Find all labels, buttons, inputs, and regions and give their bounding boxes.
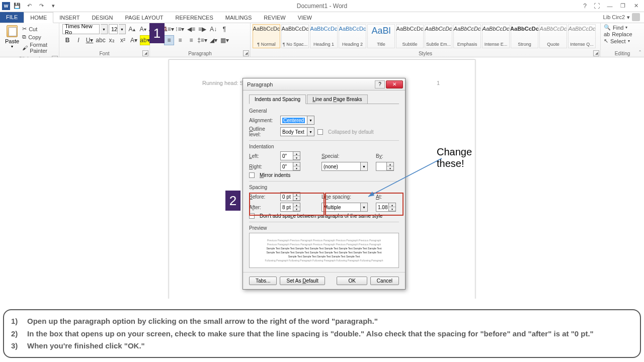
- styles-launcher[interactable]: ◢: [593, 50, 599, 56]
- cut-button[interactable]: ✂Cut: [21, 25, 56, 33]
- superscript-button[interactable]: x²: [118, 35, 128, 45]
- sort-button[interactable]: A↓: [208, 24, 218, 34]
- help-icon[interactable]: ?: [580, 2, 590, 11]
- style-intense-q---[interactable]: AaBbCcDcIntense Q...: [568, 24, 596, 48]
- font-name-combo[interactable]: Times New Ro: [62, 24, 100, 34]
- justify-button[interactable]: ≡: [186, 35, 196, 45]
- tab-home[interactable]: HOME: [24, 12, 53, 23]
- shrink-font-button[interactable]: A▾: [138, 24, 148, 34]
- style-title[interactable]: AaBlTitle: [367, 24, 395, 48]
- style-heading-2[interactable]: AaBbCcDcHeading 2: [339, 24, 366, 48]
- paste-button[interactable]: Paste ▾: [3, 24, 21, 50]
- ok-button[interactable]: OK: [337, 277, 367, 285]
- collapse-ribbon-button[interactable]: ˆ: [639, 50, 641, 56]
- undo-button[interactable]: ↶: [24, 2, 34, 11]
- save-button[interactable]: 💾: [12, 2, 22, 11]
- tab-design[interactable]: DESIGN: [86, 13, 119, 23]
- tab-references[interactable]: REFERENCES: [170, 13, 219, 23]
- line-spacing-combo[interactable]: Multiple▼: [321, 203, 368, 212]
- tab-review[interactable]: REVIEW: [258, 13, 291, 23]
- paragraph-launcher[interactable]: ◢: [243, 50, 249, 56]
- multilevel-button[interactable]: ⁝≡▾: [175, 24, 185, 34]
- user-label[interactable]: Lib Circ2▾: [603, 13, 640, 21]
- replace-icon: ab: [604, 31, 610, 37]
- line-spacing-button[interactable]: ‡≡▾: [197, 35, 207, 45]
- tab-insert[interactable]: INSERT: [53, 13, 86, 23]
- minimize-button[interactable]: —: [604, 2, 616, 11]
- outline-combo[interactable]: Body Text▼: [280, 127, 314, 136]
- restore-button[interactable]: ❐: [617, 2, 629, 11]
- after-spin[interactable]: 8 pt▲▼: [280, 203, 300, 212]
- close-button[interactable]: ✕: [630, 2, 642, 11]
- right-spin[interactable]: 0"▲▼: [280, 162, 300, 171]
- outline-label: Outline level:: [249, 126, 277, 137]
- tab-indents-spacing[interactable]: Indents and Spacing: [249, 95, 306, 104]
- find-button[interactable]: 🔍Find▾: [604, 24, 641, 31]
- ribbon-tabs: FILE HOME INSERT DESIGN PAGE LAYOUT REFE…: [0, 12, 644, 23]
- subscript-button[interactable]: x₂: [107, 35, 117, 45]
- align-center-button[interactable]: ≡: [164, 35, 174, 45]
- spacing-heading: Spacing: [249, 185, 399, 190]
- font-name-arrow[interactable]: ▼: [101, 24, 108, 34]
- set-default-button[interactable]: Set As Default: [280, 277, 325, 285]
- dialog-titlebar[interactable]: Paragraph ? ✕: [243, 78, 405, 90]
- before-spin[interactable]: 0 pt▲▼: [280, 192, 300, 201]
- font-size-combo[interactable]: 12: [109, 24, 118, 34]
- decrease-indent-button[interactable]: ◀≡: [186, 24, 196, 34]
- redo-button[interactable]: ↷: [36, 2, 46, 11]
- copy-button[interactable]: ⧉Copy: [21, 33, 56, 41]
- dialog-close-button[interactable]: ✕: [386, 80, 403, 88]
- tab-page-layout[interactable]: PAGE LAYOUT: [119, 13, 170, 23]
- select-button[interactable]: ↖Select▾: [604, 38, 641, 44]
- tab-line-page-breaks[interactable]: Line and Page Breaks: [307, 95, 367, 104]
- style---normal[interactable]: AaBbCcDc¶ Normal: [253, 24, 280, 48]
- tab-file[interactable]: FILE: [0, 12, 24, 23]
- ribbon-options-icon[interactable]: ⛶: [591, 2, 603, 11]
- left-spin[interactable]: 0"▲▼: [280, 151, 300, 160]
- underline-button[interactable]: U▾: [85, 35, 95, 45]
- style-strong[interactable]: AaBbCcDcStrong: [511, 24, 538, 48]
- style-subtitle[interactable]: AaBbCcDcSubtitle: [396, 24, 424, 48]
- increase-indent-button[interactable]: ≡▶: [197, 24, 207, 34]
- style-intense-e---[interactable]: AaBbCcDcIntense E...: [482, 24, 510, 48]
- grow-font-button[interactable]: A▴: [127, 24, 137, 34]
- numbering-button[interactable]: 1≡▾: [164, 24, 174, 34]
- replace-button[interactable]: abReplace: [604, 31, 641, 37]
- style-quote[interactable]: AaBbCcDcQuote: [539, 24, 567, 48]
- font-size-arrow[interactable]: ▼: [119, 24, 126, 34]
- cancel-button[interactable]: Cancel: [370, 277, 399, 285]
- paste-icon: [7, 25, 18, 37]
- align-right-button[interactable]: ≡: [175, 35, 185, 45]
- document-area: Running head: SAMPLE APA PAPER 1 Paragra…: [0, 57, 644, 299]
- strike-button[interactable]: abc: [96, 35, 106, 45]
- tab-mailings[interactable]: MAILINGS: [219, 13, 258, 23]
- alignment-combo[interactable]: Centered▼: [280, 116, 314, 125]
- qat-dropdown[interactable]: ▾: [48, 2, 58, 11]
- style-subtle-em---[interactable]: AaBbCcDcSubtle Em...: [425, 24, 452, 48]
- at-spin[interactable]: 1.08▲▼: [376, 203, 396, 212]
- borders-button[interactable]: ▦▾: [219, 35, 229, 45]
- collapsed-checkbox[interactable]: [317, 129, 323, 135]
- by-spin[interactable]: ▲▼: [376, 162, 394, 171]
- highlight-button[interactable]: ab▾: [140, 35, 150, 45]
- styles-gallery[interactable]: AaBbCcDc¶ NormalAaBbCcDc¶ No Spac...AaBb…: [251, 23, 600, 51]
- font-launcher[interactable]: ◢: [142, 50, 148, 56]
- no-space-checkbox[interactable]: [249, 213, 255, 219]
- preview-box: Previous Paragraph Previous Paragraph Pr…: [249, 233, 399, 268]
- style-heading-1[interactable]: AaBbCcDcHeading 1: [310, 24, 338, 48]
- bold-button[interactable]: B: [62, 35, 72, 45]
- shading-button[interactable]: ◢▾: [208, 35, 218, 45]
- show-marks-button[interactable]: ¶: [219, 24, 229, 34]
- font-label: Font◢: [59, 51, 149, 57]
- italic-button[interactable]: I: [73, 35, 84, 45]
- special-combo[interactable]: (none)▼: [321, 162, 368, 171]
- style---no-spac---[interactable]: AaBbCcDc¶ No Spac...: [281, 24, 309, 48]
- mirror-checkbox[interactable]: [249, 172, 255, 178]
- quick-access-toolbar: W 💾 ↶ ↷ ▾: [0, 2, 58, 11]
- style-emphasis[interactable]: AaBbCcDcEmphasis: [453, 24, 481, 48]
- tabs-button[interactable]: Tabs...: [249, 277, 277, 285]
- tab-view[interactable]: VIEW: [292, 13, 318, 23]
- text-effects-button[interactable]: A▾: [129, 35, 139, 45]
- dialog-help-button[interactable]: ?: [375, 80, 385, 88]
- format-painter-button[interactable]: 🖌Format Painter: [21, 41, 56, 54]
